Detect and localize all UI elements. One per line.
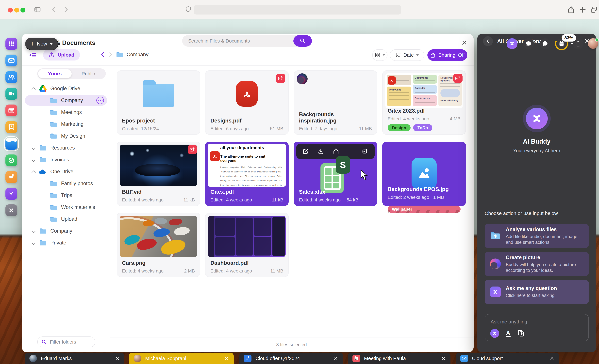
apps-launcher-button[interactable] [5, 38, 17, 50]
file-card-sales-xlsx-selected[interactable]: S Sales.xlsx Edited: 4 weeks ago 54 kB [294, 142, 377, 206]
tree-item-my-design[interactable]: My Design [25, 131, 107, 141]
breadcrumb-forward-icon[interactable] [107, 51, 114, 58]
file-card-bttf-vid[interactable]: BttF.vid Edited: 4 weeks ago 11 kB [117, 142, 200, 206]
tab-close-button[interactable] [333, 356, 338, 361]
taskbar-tab-michaela-sopprani[interactable]: Michaela Sopprani [129, 353, 234, 364]
file-card-dashboard-pdf[interactable]: Dashboard.pdf Edited: 4 weeks ago 11 MB [205, 213, 289, 277]
search-button[interactable] [293, 35, 312, 47]
ask-me-anything-input[interactable] [485, 314, 589, 325]
address-book-app-button[interactable] [5, 121, 17, 133]
tab-close-button[interactable] [224, 356, 229, 361]
attach-document-button[interactable] [517, 330, 525, 337]
file-card-gitex-2023-pdf[interactable]: TeamChat Documents Calendar Conferences … [382, 70, 466, 135]
action-analyse-files[interactable]: Analyse various files Add file like audi… [485, 224, 589, 248]
sharing-toggle-button[interactable]: Sharing: Off [427, 49, 467, 61]
chevron-down-icon[interactable] [32, 158, 35, 161]
chevron-up-icon[interactable] [32, 87, 35, 90]
pin-edit-badge[interactable] [453, 74, 463, 83]
tree-item-meetings[interactable]: Meetings [25, 107, 107, 118]
teamchat-button[interactable] [523, 38, 534, 49]
tag-todo[interactable]: ToDo [413, 124, 432, 131]
action-ask-question[interactable]: Ask me any question Click here to start … [485, 280, 589, 304]
breadcrumb-current-folder[interactable]: Company [127, 51, 149, 58]
tree-item-company[interactable]: Company [25, 95, 107, 106]
tree-item-resources[interactable]: Resources [25, 143, 107, 153]
tree-item-private[interactable]: Private [25, 237, 107, 248]
file-card-epos-project[interactable]: Epos project Created: 12/15/24 [117, 70, 200, 135]
mail-app-button[interactable] [5, 55, 17, 67]
files-app-button[interactable] [5, 138, 17, 150]
collapse-sidebar-button[interactable] [28, 51, 36, 59]
taskbar-tab-meeting-with-paula[interactable]: Meeting with Paula [348, 353, 450, 364]
browser-share-icon[interactable] [567, 6, 575, 14]
tree-item-one-drive[interactable]: One Drive [25, 166, 107, 177]
chevron-down-icon[interactable] [32, 229, 35, 233]
v-logo-app-button[interactable] [5, 188, 17, 200]
tree-item-marketing[interactable]: Marketing [25, 119, 107, 129]
window-zoom-traffic-light[interactable] [20, 8, 26, 13]
download-icon[interactable] [317, 148, 324, 155]
chevron-up-icon[interactable] [32, 170, 35, 173]
file-card-backgrounds-inspiration[interactable]: Backgrounds inspiration.jpg Edited: 7 da… [294, 70, 377, 135]
ai-buddy-button[interactable] [507, 38, 518, 49]
browser-back-icon[interactable] [50, 6, 58, 13]
new-button[interactable]: + New [25, 38, 58, 50]
user-avatar[interactable] [588, 38, 598, 49]
taskbar-tab-cloud-offer[interactable]: Cloud offer Q1/2024 [239, 353, 343, 364]
tag-wallpaper[interactable]: Wallpaper [388, 206, 460, 213]
tree-item-work-materials[interactable]: Work materials [25, 202, 107, 212]
back-button[interactable] [483, 36, 493, 46]
window-close-button[interactable] [460, 38, 469, 47]
folder-options-button[interactable] [96, 97, 104, 104]
tab-close-button[interactable] [549, 356, 555, 361]
tab-close-button[interactable] [441, 356, 446, 361]
tasks-app-button[interactable] [5, 154, 17, 166]
window-minimize-traffic-light[interactable] [14, 8, 19, 13]
tab-yours[interactable]: Yours [38, 69, 72, 78]
file-card-cars-png[interactable]: Cars.png Edited: 4 weeks ago 2 MB [117, 213, 200, 277]
tree-item-google-drive[interactable]: Google Drive [25, 83, 107, 94]
tag-design[interactable]: Design [388, 124, 411, 131]
filter-folders-input[interactable] [50, 339, 91, 345]
messages-button[interactable] [540, 38, 550, 49]
file-card-backgrounds-epos-selected[interactable]: Backgrounds EPOS.jpg Edited: 2 weeks ago… [382, 142, 466, 206]
tree-item-trips[interactable]: Trips [25, 190, 107, 201]
tree-item-family-photos[interactable]: Family photos [25, 178, 107, 189]
ai-mode-button[interactable] [490, 329, 499, 338]
pin-edit-icon[interactable] [362, 148, 369, 155]
tab-close-button[interactable] [115, 356, 120, 361]
browser-new-tab-icon[interactable] [579, 6, 586, 14]
notes-app-button[interactable] [5, 171, 17, 183]
chevron-down-icon[interactable] [32, 241, 35, 245]
window-close-traffic-light[interactable] [8, 8, 13, 13]
address-bar[interactable] [194, 5, 401, 15]
taskbar-tab-cloud-support[interactable]: Cloud support [456, 353, 559, 364]
sort-button[interactable]: Date [390, 49, 424, 61]
pin-edit-badge[interactable] [276, 74, 285, 83]
contacts-app-button[interactable] [5, 71, 17, 83]
utilities-app-button[interactable] [5, 204, 17, 216]
view-mode-button[interactable] [372, 49, 388, 61]
browser-forward-icon[interactable] [62, 6, 70, 13]
calendar-app-button[interactable] [5, 104, 17, 116]
tree-item-company-2[interactable]: Company [25, 226, 107, 236]
browser-sidebar-icon[interactable] [34, 6, 41, 13]
file-card-gitex-pdf-selected[interactable]: all your departments The all-in-one suit… [205, 142, 289, 206]
meetings-app-button[interactable] [5, 88, 17, 100]
search-input[interactable] [182, 38, 293, 44]
file-card-designs-pdf[interactable]: Designs.pdf Edited: 6 days ago 51 MB [205, 70, 289, 135]
collage-block-title: Peak efficiency [440, 99, 458, 102]
tab-public[interactable]: Public [72, 69, 105, 78]
tree-item-invoices[interactable]: Invoices [25, 154, 107, 165]
upload-button[interactable]: Upload [43, 49, 80, 60]
action-create-picture[interactable]: Create picture Buddy will help you creat… [485, 252, 589, 276]
open-external-icon[interactable] [302, 148, 309, 155]
breadcrumb-back-icon[interactable] [99, 51, 106, 58]
share-icon[interactable] [333, 148, 339, 155]
chevron-down-icon[interactable] [32, 146, 35, 150]
tree-item-upload[interactable]: Upload [25, 214, 107, 224]
taskbar-tab-eduard-marks[interactable]: Eduard Marks [25, 353, 124, 364]
pin-edit-badge[interactable] [188, 145, 197, 154]
browser-tab-overview-icon[interactable] [590, 6, 598, 14]
text-format-button[interactable]: A [506, 330, 511, 337]
